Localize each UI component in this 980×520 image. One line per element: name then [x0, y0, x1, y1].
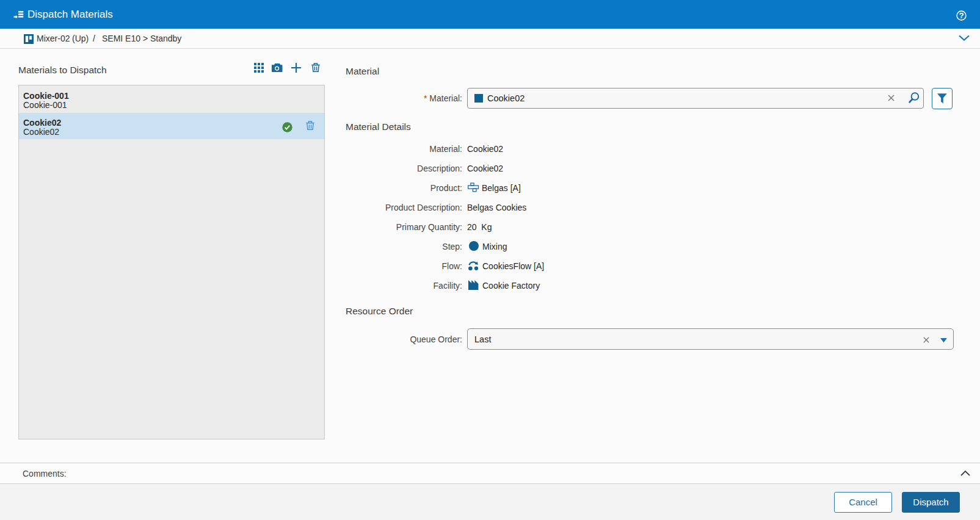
- svg-text:?: ?: [959, 11, 964, 20]
